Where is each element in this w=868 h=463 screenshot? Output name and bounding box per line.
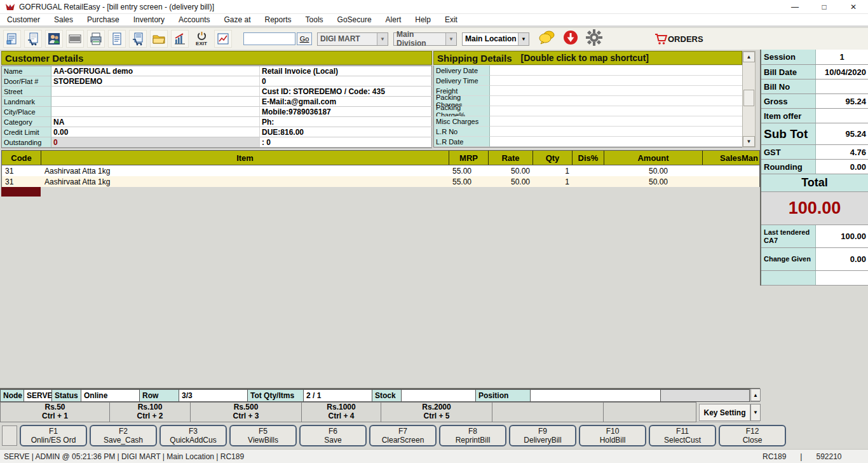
close-button[interactable]: ✕ [839, 0, 868, 14]
menu-gosecure[interactable]: GoSecure [330, 15, 379, 24]
f12-close-button[interactable]: F12 Close [719, 425, 786, 446]
orders-button[interactable]: ORDERS [654, 32, 703, 45]
download-icon[interactable] [562, 29, 579, 48]
cell-code: 31 [2, 165, 41, 176]
shipping-packing-charge-pct-value[interactable] [490, 106, 742, 116]
report-chart-icon[interactable] [214, 30, 232, 48]
f3-quick-add-cus-button[interactable]: F3 QuickAddCus [159, 425, 227, 446]
customer-field-label: Outstanding [2, 137, 51, 148]
print-icon[interactable] [87, 30, 105, 48]
customer-door-value[interactable]: STOREDEMO [51, 76, 260, 86]
f5-view-bills-button[interactable]: F5 ViewBills [229, 425, 297, 446]
menu-customer[interactable]: Customer [0, 15, 47, 24]
f9-delivery-bill-button[interactable]: F9 DeliveryBill [509, 425, 576, 446]
fn-label: SelectCust [664, 436, 701, 445]
customer-city-value[interactable] [51, 107, 260, 117]
cash-rs1000-button[interactable]: Rs.1000 Ctrl + 4 [302, 402, 381, 422]
shipping-lr-date-value[interactable] [490, 137, 742, 147]
menu-reports[interactable]: Reports [258, 15, 299, 24]
shipping-delivery-time-value[interactable] [490, 76, 742, 86]
chat-icon[interactable] [538, 30, 556, 48]
shipping-scrollbar[interactable]: ▲ ▼ [742, 51, 756, 148]
item-row[interactable]: 31 Aashirvaat Atta 1kg 55.00 50.00 1 50.… [2, 165, 759, 176]
menu-inventory[interactable]: Inventory [126, 15, 172, 24]
customer-details-grid: Name AA-GOFRUGAL demo Retail Invoice (Lo… [1, 66, 432, 148]
scroll-down-icon[interactable]: ▼ [743, 136, 755, 147]
menu-exit[interactable]: Exit [438, 15, 465, 24]
open-folder-icon[interactable] [150, 30, 168, 48]
cell-salesman [703, 176, 761, 187]
minimize-button[interactable]: — [780, 0, 810, 14]
cell-item: Aashirvaat Atta 1kg [41, 165, 449, 176]
barcode-icon[interactable] [66, 30, 84, 48]
customer-info-value: Ph: [260, 117, 433, 127]
bill-date-value[interactable]: 10/04/2020 [816, 65, 868, 79]
shipping-freight-value[interactable] [490, 86, 742, 96]
f7-clear-screen-button[interactable]: F7 ClearScreen [369, 425, 437, 446]
item-row[interactable]: 31 Aashirvaat Atta 1kg 55.00 50.00 1 50.… [2, 176, 759, 187]
panel-scroll-down-icon[interactable]: ▼ [750, 404, 761, 421]
cash-hotkey: Ctrl + 2 [137, 412, 163, 421]
location-select-value: Main Location [465, 34, 517, 43]
customers-icon[interactable] [45, 30, 63, 48]
bill-no-value [816, 79, 868, 93]
store-select-arrow-icon: ▼ [377, 33, 388, 45]
f11-select-cust-button[interactable]: F11 SelectCust [649, 425, 716, 446]
f8-reprint-bill-button[interactable]: F8 ReprintBill [439, 425, 506, 446]
maximize-button[interactable]: □ [810, 0, 839, 14]
location-select[interactable]: Main Location ▼ [462, 32, 529, 46]
gross-value: 95.24 [816, 94, 868, 108]
customer-outstanding-value[interactable]: 0 [51, 137, 260, 148]
customer-name-value[interactable]: AA-GOFRUGAL demo [51, 66, 260, 76]
purchase-cart-icon[interactable] [129, 30, 147, 48]
f1-online-es-ord-button[interactable]: F1 Onlin/ES Ord [20, 425, 87, 446]
f6-save-button[interactable]: F6 Save [299, 425, 367, 446]
customer-landmark-value[interactable] [51, 97, 260, 107]
menu-purchase[interactable]: Purchase [80, 15, 126, 24]
cash-amount: Rs.1000 [327, 403, 355, 412]
shipping-delivery-date-value[interactable] [490, 66, 742, 76]
go-button[interactable]: Go [297, 32, 312, 45]
fn-key: F3 [189, 427, 198, 436]
scrollbar-thumb[interactable] [743, 90, 754, 106]
menu-sales[interactable]: Sales [47, 15, 80, 24]
menu-gaze-at[interactable]: Gaze at [217, 15, 257, 24]
total-label: Total [761, 174, 868, 192]
bill-entry-icon[interactable] [3, 30, 21, 48]
menu-alert[interactable]: Alert [379, 15, 409, 24]
cash-amount: Rs.500 [234, 403, 259, 412]
cash-rs100-button[interactable]: Rs.100 Ctrl + 2 [110, 402, 191, 422]
panel-scroll-up-icon[interactable]: ▲ [750, 389, 761, 401]
customer-street-value[interactable] [51, 86, 260, 97]
cash-rs50-button[interactable]: Rs.50 Ctrl + 1 [0, 402, 110, 422]
customer-credit-limit-value[interactable]: 0.00 [51, 127, 260, 137]
row-value: 3/3 [179, 389, 248, 402]
main-area: Customer Details Shipping Details [Doubl… [0, 50, 868, 388]
customer-details-header: Customer Details [1, 51, 432, 65]
key-setting-button[interactable]: Key Setting [699, 404, 750, 421]
toolbar: EXIT Go DIGI MART ▼ Main Division ▼ Main… [0, 28, 868, 50]
shipping-field-label: Packing Charge% [434, 106, 490, 116]
fn-label: ViewBills [248, 436, 278, 445]
sales-chart-icon[interactable] [171, 30, 189, 48]
menu-help[interactable]: Help [408, 15, 438, 24]
f2-save-cash-button[interactable]: F2 Save_Cash [90, 425, 157, 446]
division-select-arrow-icon: ▼ [445, 33, 456, 45]
customer-category-value[interactable]: NA [51, 117, 260, 127]
document-icon[interactable] [108, 30, 126, 48]
menu-tools[interactable]: Tools [299, 15, 330, 24]
shipping-misc-charges-value[interactable] [490, 116, 742, 127]
menu-accounts[interactable]: Accounts [172, 15, 217, 24]
cash-rs2000-button[interactable]: Rs.2000 Ctrl + 5 [381, 402, 492, 422]
search-input[interactable] [243, 32, 295, 45]
cash-rs500-button[interactable]: Rs.500 Ctrl + 3 [191, 402, 302, 422]
sales-bill-cart-icon[interactable] [24, 30, 42, 48]
scroll-up-icon[interactable]: ▲ [743, 52, 755, 62]
shipping-details-header[interactable]: Shipping Details [Double click to map sh… [433, 51, 742, 65]
col-amount: Amount [604, 151, 703, 165]
shipping-packing-charges-value[interactable] [490, 96, 742, 106]
f10-hold-bill-button[interactable]: F10 HoldBill [579, 425, 646, 446]
settings-gear-icon[interactable] [585, 29, 603, 49]
exit-icon[interactable]: EXIT [192, 29, 211, 48]
shipping-lr-no-value[interactable] [490, 127, 742, 137]
